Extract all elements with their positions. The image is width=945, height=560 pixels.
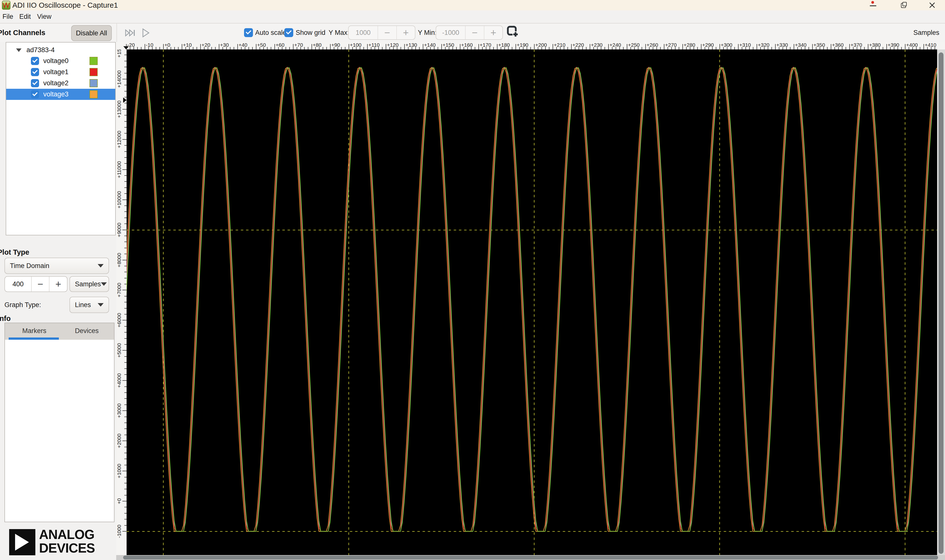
ruler-tick: [211, 47, 212, 49]
channel-row-voltage0[interactable]: voltage0: [6, 55, 115, 66]
auto-scale-checkbox[interactable]: [244, 28, 253, 37]
maximize-button[interactable]: [896, 0, 911, 11]
ruler-tick: [125, 483, 126, 483]
ruler-tick: [597, 47, 598, 49]
channel-color-swatch[interactable]: [89, 68, 98, 76]
menu-file[interactable]: File: [3, 13, 13, 20]
ruler-tick: [397, 47, 397, 49]
vertical-scrollbar[interactable]: [937, 49, 945, 555]
expander-icon[interactable]: [16, 48, 22, 52]
ruler-tick: [742, 47, 742, 49]
channel-checkbox[interactable]: [31, 57, 39, 65]
ruler-tick: [897, 47, 898, 49]
channel-row-voltage2[interactable]: voltage2: [6, 78, 115, 89]
ruler-tick: [467, 47, 468, 49]
disable-all-button[interactable]: Disable All: [71, 25, 112, 41]
ruler-tick: [125, 151, 126, 152]
ruler-tick: [797, 47, 798, 49]
sample-count-increment-button[interactable]: +: [49, 277, 67, 291]
show-grid-checkbox[interactable]: [284, 28, 293, 37]
vertical-scrollbar-handle[interactable]: [939, 52, 943, 554]
ruler-tick: [125, 495, 126, 495]
sample-count-decrement-button[interactable]: −: [31, 277, 49, 291]
channel-row-voltage1[interactable]: voltage1: [6, 66, 115, 78]
ruler-tick: [545, 47, 546, 49]
plot-channels-heading: Plot Channels: [0, 29, 45, 37]
channel-checkbox[interactable]: [31, 79, 39, 87]
ruler-tick: [367, 44, 368, 49]
ruler-label: +6000: [116, 310, 122, 330]
y-ruler-marker[interactable]: [123, 97, 126, 103]
ruler-tick: [152, 47, 152, 49]
play-icon[interactable]: [139, 26, 152, 40]
ruler-tick: [838, 47, 839, 49]
ruler-tick: [452, 47, 453, 49]
ruler-tick: [122, 200, 126, 200]
ruler-tick: [386, 44, 386, 49]
ruler-tick: [887, 44, 887, 49]
graph-type-dropdown[interactable]: Lines: [69, 297, 109, 313]
y-max-increment-button[interactable]: +: [396, 26, 415, 39]
channel-color-swatch[interactable]: [89, 79, 98, 87]
ruler-tick: [125, 223, 126, 224]
ruler-tick: [708, 47, 709, 49]
device-row[interactable]: ad7383-4: [6, 45, 115, 55]
plot-domain-value: Time Domain: [10, 262, 49, 270]
sample-unit-dropdown[interactable]: Samples: [69, 276, 109, 292]
ruler-tick: [323, 47, 323, 49]
ruler-tick: [156, 47, 156, 49]
sample-unit-value: Samples: [75, 280, 101, 288]
ruler-tick: [137, 47, 138, 49]
channel-color-swatch[interactable]: [89, 57, 98, 65]
ruler-tick: [297, 47, 297, 49]
ruler-tick: [167, 47, 168, 49]
x-ruler[interactable]: -20-10+0+10+20+30+40+50+60+70+80+90+100+…: [116, 42, 945, 49]
y-max-decrement-button[interactable]: −: [377, 26, 396, 39]
ruler-tick: [125, 428, 126, 429]
ruler-tick: [542, 47, 542, 49]
title-bar[interactable]: ADI IIO Oscilloscope - Capture1: [0, 0, 945, 11]
close-button[interactable]: [924, 0, 940, 11]
y-ruler[interactable]: -1000+0+1000+2000+3000+4000+5000+6000+70…: [116, 49, 126, 555]
ruler-tick: [786, 47, 787, 49]
ruler-tick: [601, 47, 601, 49]
info-panel: Markers Devices: [5, 323, 114, 522]
step-capture-icon[interactable]: [123, 26, 137, 40]
tab-markers[interactable]: Markers: [22, 327, 46, 335]
ruler-tick: [178, 47, 179, 49]
app-window: ADI IIO Oscilloscope - Capture1 File Edi…: [0, 0, 945, 560]
ruler-tick: [508, 47, 509, 49]
waveform-plot[interactable]: [126, 49, 937, 555]
sample-count-input[interactable]: [6, 280, 30, 288]
y-min-decrement-button[interactable]: −: [465, 26, 483, 39]
plot-domain-dropdown[interactable]: Time Domain: [5, 258, 109, 274]
ruler-tick: [834, 47, 835, 49]
y-min-input[interactable]: [437, 29, 464, 37]
ruler-label: +30: [220, 42, 229, 48]
tab-devices[interactable]: Devices: [75, 327, 99, 335]
ruler-tick: [671, 47, 672, 49]
app-icon: [2, 1, 11, 10]
ruler-tick: [538, 47, 538, 49]
channel-checkbox[interactable]: [31, 68, 39, 76]
horizontal-scrollbar[interactable]: [116, 555, 945, 560]
y-max-input[interactable]: [349, 29, 377, 37]
restore-icon-front: [902, 2, 907, 6]
channel-checkbox[interactable]: [31, 90, 39, 98]
ruler-tick: [883, 47, 883, 49]
horizontal-scrollbar-handle[interactable]: [123, 555, 938, 560]
menu-view[interactable]: View: [37, 13, 51, 20]
channel-color-swatch[interactable]: [89, 90, 98, 98]
x-ruler-marker[interactable]: [123, 46, 129, 49]
ruler-label: +13000: [116, 99, 122, 119]
ruler-tick: [705, 47, 705, 49]
device-name: ad7383-4: [26, 46, 55, 54]
y-min-increment-button[interactable]: +: [484, 26, 502, 39]
new-capture-window-icon[interactable]: [506, 25, 520, 38]
menu-edit[interactable]: Edit: [19, 13, 31, 20]
ruler-tick: [125, 175, 126, 176]
channel-row-voltage3[interactable]: voltage3: [6, 89, 115, 100]
minimize-button[interactable]: [865, 0, 881, 11]
ruler-tick: [593, 47, 594, 49]
ruler-label: +12000: [116, 129, 122, 149]
